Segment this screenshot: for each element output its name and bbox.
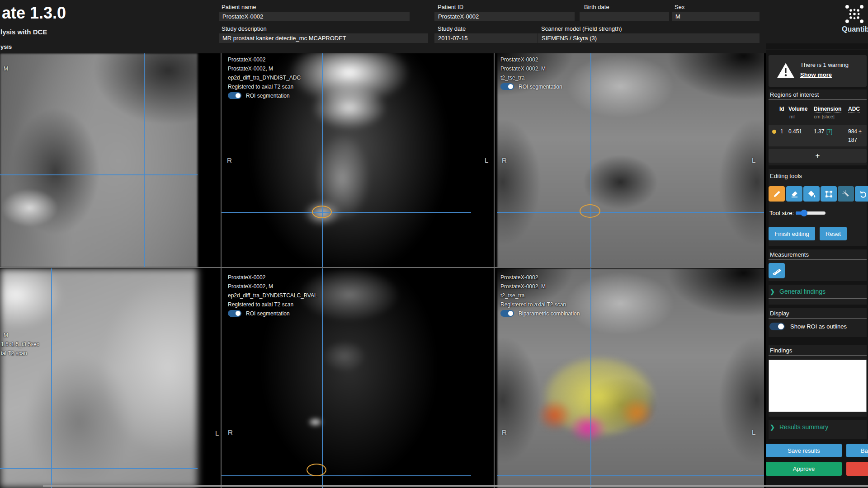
app-title: ate 1.3.0 [2,4,66,23]
roi-segmentation-toggle[interactable]: ROI segmentation [500,83,562,90]
roi-segmentation-toggle[interactable]: ROI segmentation [228,310,290,317]
general-findings-header[interactable]: General findings [779,288,826,295]
col-header-adc[interactable]: ADC [848,106,860,113]
toggle-pill[interactable] [769,323,785,330]
overlay-text-fragment: ial T2 scan [1,349,27,358]
viewport-reference-axial[interactable]: M 1.5x1.5_t3.5sec ial T2 scan L [0,268,221,488]
ruler-tool-button[interactable] [769,263,785,278]
slider-thumb[interactable] [801,210,807,216]
overlay-patient-sex: ProstateX-0002, M [228,282,317,291]
panel-divider [0,267,764,268]
overlay-patient: ProstateX-0002 [228,273,317,282]
patient-name-label: Patient name [222,4,256,10]
section-divider [769,181,867,181]
roi-table-row[interactable]: 1 0.451 1.37 [7] 984 ± 187 [769,125,867,146]
toggle-label: Show ROI as outlines [790,323,847,330]
roi-contour [307,464,326,476]
viewport-adc-coronal[interactable]: ProstateX-0002 ProstateX-0002, M ep2d_di… [222,53,494,267]
study-description-value: MR prostaat kanker detectie_mc MCAPRODET [219,33,428,43]
overlay-sequence: ep2d_diff_tra_DYNDIST_ADC [228,73,301,82]
biparametric-combination-toggle[interactable]: Biparametric combination [500,310,580,317]
regions-of-interest-card: Regions of interest Id Volume Dimension … [769,89,867,165]
show-more-link[interactable]: Show more [800,71,832,78]
orientation-marker-right: L [752,428,755,436]
tool-size-slider[interactable] [796,211,826,215]
results-summary-card[interactable]: ❯ Results summary [769,420,867,439]
section-divider [769,298,867,299]
overlay-patient-sex: ProstateX-0002, M [228,64,301,73]
orientation-marker-left: R [502,156,507,164]
ruler-icon [773,267,781,275]
eraser-icon [790,190,799,198]
reset-button[interactable]: Reset [820,227,847,240]
overlay-text-fragment: M [4,331,8,340]
section-divider [769,259,867,260]
crosshair-vertical [322,53,323,267]
results-summary-header[interactable]: Results summary [779,423,828,431]
tool-size-label: Tool size: [769,210,794,216]
toggle-pill[interactable] [500,310,514,317]
patient-name-value: ProstateX-0002 [219,12,410,21]
crosshair-horizontal [497,212,764,213]
overlay-sequence: t2_tse_tra [500,291,566,300]
undo-tool-button[interactable] [855,186,868,202]
polygon-tool-button[interactable] [821,186,837,202]
roi-contour [580,204,600,218]
scanner-model-label: Scanner model (Field strength) [541,25,622,32]
section-divider [769,355,867,356]
undo-icon [859,190,868,198]
finish-editing-button[interactable]: Finish editing [769,227,815,240]
panel-divider [221,53,222,488]
roi-adc-sd: 187 [848,137,857,143]
viewport-biparametric[interactable]: ProstateX-0002 ProstateX-0002, M t2_tse_… [495,268,764,488]
section-divider [769,434,867,434]
col-header-volume: Volume [788,106,807,112]
pencil-icon [773,190,781,198]
unit-dimension: cm [slice] [814,114,835,119]
findings-textarea[interactable] [769,360,867,412]
general-findings-card[interactable]: ❯ General findings [769,285,867,305]
toggle-pill[interactable] [228,92,241,99]
measurements-card: Measurements [769,249,867,281]
viewport-sagittal-t2[interactable]: M [0,53,221,267]
findings-title: Findings [770,347,792,354]
toggle-pill[interactable] [500,83,514,90]
panel-divider [494,53,495,488]
display-card: Display Show ROI as outlines [769,308,867,337]
toggle-pill[interactable] [228,310,241,317]
overlay-sequence: t2_tse_tra [500,73,546,82]
back-button[interactable]: Ba [846,444,868,457]
study-date-label: Study date [438,25,466,32]
viewport-t2-axial[interactable]: ProstateX-0002 ProstateX-0002, M t2_tse_… [495,53,764,267]
overlay-patient: ProstateX-0002 [500,273,566,282]
roi-segmentation-toggle[interactable]: ROI segmentation [228,92,290,99]
eraser-tool-button[interactable] [786,186,802,202]
chevron-right-icon: ❯ [770,424,775,431]
regions-title: Regions of interest [770,91,819,98]
overlay-registered: Registered to axial T2 scan [228,82,301,91]
toggle-label: ROI segmentation [519,84,562,90]
study-date-value: 2011-07-15 [434,33,538,43]
app-subtitle: lysis with DCE [0,28,47,36]
orientation-marker-right: L [215,429,219,437]
col-header-dimension[interactable]: Dimension [814,106,841,113]
viewport-bval[interactable]: ProstateX-0002 ProstateX-0002, M ep2d_di… [222,268,494,488]
approve-button[interactable]: Approve [766,462,842,476]
crosshair-vertical [590,53,591,267]
crosshair-vertical [590,268,591,488]
add-roi-button[interactable]: + [769,149,867,163]
fill-tool-button[interactable] [803,186,820,202]
brand-name: Quantib [842,25,868,33]
orientation-marker-right: L [752,156,755,164]
birth-date-value [580,12,669,21]
smart-edit-tool-button[interactable] [838,186,854,202]
viewer-grid: M ProstateX-0002 ProstateX-0002, M ep2d_… [0,53,764,488]
birth-date-label: Birth date [584,4,609,10]
sex-value: M [672,12,760,21]
save-results-button[interactable]: Save results [766,444,842,457]
reject-button[interactable] [846,462,868,476]
patient-id-label: Patient ID [438,4,463,10]
orientation-marker-left: R [227,156,232,164]
pencil-tool-button[interactable] [769,186,785,202]
show-roi-outlines-toggle[interactable]: Show ROI as outlines [769,323,847,330]
